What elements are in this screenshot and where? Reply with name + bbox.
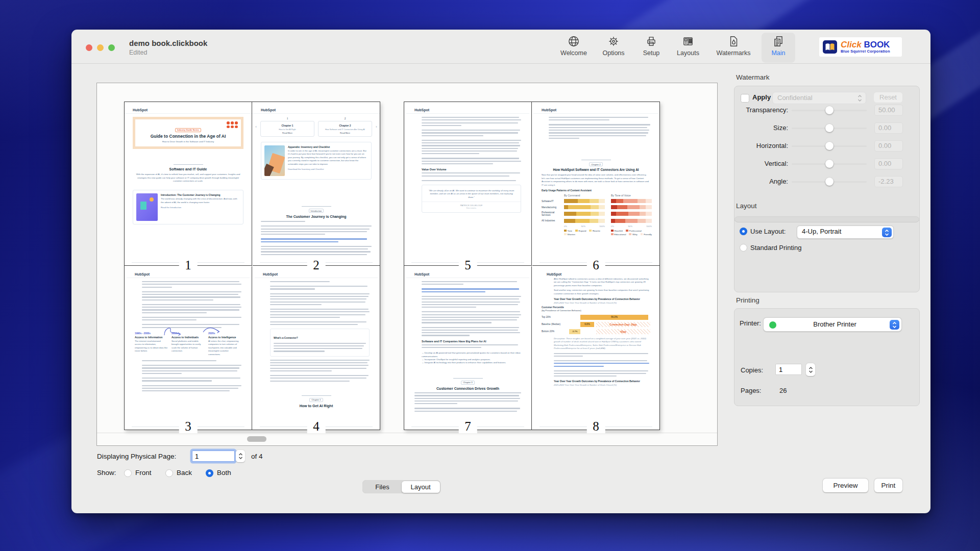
horizontal-slider-knob[interactable] <box>825 142 834 150</box>
apply-checkbox[interactable] <box>741 94 749 103</box>
size-slider[interactable] <box>792 128 867 129</box>
physical-sheet-front: HubSpot Industry Guide Series Guide to C… <box>124 102 380 430</box>
show-both-radio[interactable] <box>206 469 213 477</box>
page-thumbnail-7[interactable]: HubSpot Software and IT Companies Have B… <box>404 266 532 430</box>
layout-select-stepper[interactable] <box>882 228 892 237</box>
page-thumbnail-8[interactable]: HubSpot After HubSpot talked to connecto… <box>532 266 659 430</box>
appendix-photo <box>264 145 285 176</box>
copies-label: Copies: <box>741 366 763 374</box>
page-thumbnail-1[interactable]: HubSpot Industry Guide Series Guide to C… <box>125 102 252 266</box>
intro-card-body: The world was already changing with the … <box>161 197 240 204</box>
show-back-label: Back <box>177 469 192 477</box>
show-front-radio[interactable] <box>124 469 132 477</box>
copies-input[interactable] <box>775 364 802 375</box>
page-thumbnail-3[interactable]: HubSpot 1990s <box>125 266 252 430</box>
chapter-heading: Customer Connection Drives Growth <box>414 386 521 391</box>
transparency-value[interactable]: 50.00 <box>874 105 903 116</box>
vertical-slider[interactable] <box>792 163 867 165</box>
horizontal-value[interactable]: 0.00 <box>874 140 903 152</box>
logo-click-text: Click <box>841 40 862 49</box>
appendix-link: Download the Inventory and Checklist <box>288 168 368 170</box>
page-number: 4 <box>307 420 326 433</box>
page-number-input[interactable] <box>192 450 235 462</box>
printer-label: Printer: <box>740 319 761 327</box>
clickbook-logo: Click BOOK Blue Squirrel Corporation <box>819 37 902 57</box>
angle-value[interactable]: -2.23 <box>874 176 903 187</box>
hubspot-logo: HubSpot <box>414 108 521 112</box>
toolbar-main[interactable]: Main <box>762 33 795 63</box>
layouts-icon <box>681 35 695 48</box>
horizontal-scrollbar-thumb[interactable] <box>247 436 266 442</box>
minimize-button[interactable] <box>97 44 104 51</box>
size-label: Size: <box>773 124 788 132</box>
printer-icon <box>645 35 658 48</box>
chapter-badge: Chapter 3 <box>461 381 474 385</box>
preview-button[interactable]: Preview <box>823 479 868 492</box>
page-thumbnail-4[interactable]: HubSpot What's a Connector? Chapt <box>253 266 380 430</box>
legend-by-tone: Heartfelt Professional Educational Witty… <box>611 230 652 236</box>
size-value[interactable]: 0.00 <box>874 122 903 134</box>
intro-card-heading: Introduction: The Customer Journey is Ch… <box>161 193 240 196</box>
hubspot-logo: HubSpot <box>414 272 521 276</box>
page-thumbnail-5[interactable]: HubSpot Value Over Volume "We are deeply… <box>404 102 532 266</box>
page-number: 3 <box>179 420 198 433</box>
tab-layout[interactable]: Layout <box>402 481 440 493</box>
dots-decoration <box>227 121 238 128</box>
size-slider-knob[interactable] <box>825 124 834 132</box>
reset-button[interactable]: Reset <box>873 92 903 103</box>
layout-select[interactable]: 4-Up, Portrait <box>797 226 894 239</box>
vertical-slider-knob[interactable] <box>825 160 834 168</box>
logo-book-text: BOOK <box>864 40 890 49</box>
chapter-heading: How HubSpot Software and IT Connectors A… <box>542 168 650 172</box>
updown-chevrons-icon <box>885 229 889 236</box>
show-label: Show: <box>97 469 116 477</box>
show-back-radio[interactable] <box>165 469 173 477</box>
horizontal-slider[interactable] <box>792 145 867 147</box>
intro-heading: The Customer Journey is Changing <box>261 214 372 219</box>
page-number: 2 <box>307 259 326 272</box>
globe-icon <box>567 35 580 48</box>
layout-preview-panel: HubSpot Industry Guide Series Guide to C… <box>96 83 718 446</box>
page-thumbnail-6[interactable]: HubSpot Chapter 2 How HubSpot Software a… <box>532 102 659 266</box>
book-icon <box>822 39 838 55</box>
growth-chart-title: Year Over Year Growth Outcomes by Preval… <box>542 298 650 300</box>
close-button[interactable] <box>86 44 92 51</box>
big-plans-heading: Software and IT Companies Have Big Plans… <box>414 340 521 343</box>
printer-select-stepper[interactable] <box>890 320 899 330</box>
standard-printing-radio[interactable] <box>740 244 747 252</box>
watermark-preset-select[interactable]: Confidential <box>772 92 866 104</box>
layout-select-value: 4-Up, Portrait <box>802 228 841 235</box>
cover-badge: Industry Guide Series <box>175 128 201 132</box>
angle-slider[interactable] <box>792 181 867 183</box>
intro-illustration <box>136 193 158 221</box>
app-window: demo book.clickbook Edited Welcome Optio… <box>71 30 930 513</box>
page-thumbnail-2[interactable]: HubSpot ‹ 1 Chapter 1 How to Get AI Righ… <box>253 102 380 266</box>
printer-select[interactable]: Brother Printer <box>763 317 902 332</box>
toolbar-watermarks[interactable]: Watermarks <box>712 34 755 61</box>
logo-subtitle: Blue Squirrel Corporation <box>841 49 890 54</box>
transparency-slider-knob[interactable] <box>825 106 834 114</box>
printer-select-value: Brother Printer <box>813 320 856 328</box>
toolbar-options-label: Options <box>592 49 635 57</box>
page-stepper[interactable] <box>236 450 245 462</box>
transparency-slider[interactable] <box>792 110 867 111</box>
toolbar-options[interactable]: Options <box>592 34 635 61</box>
chapter-badge: Chapter 1 <box>309 398 323 402</box>
tab-files[interactable]: Files <box>363 481 402 493</box>
toolbar-welcome[interactable]: Welcome <box>552 34 595 61</box>
chapter-cards: ‹ 1 Chapter 1 How to Get AI Right Read M… <box>261 117 372 137</box>
zoom-button[interactable] <box>108 44 115 51</box>
transparency-label: Transparency: <box>746 106 788 114</box>
show-both-label: Both <box>217 469 231 477</box>
copies-stepper[interactable] <box>806 363 815 376</box>
use-layout-radio[interactable] <box>740 228 747 235</box>
toolbar-layouts[interactable]: Layouts <box>667 34 709 61</box>
print-button[interactable]: Print <box>874 479 902 492</box>
page-number: 7 <box>458 420 477 433</box>
usage-charts: By CommandBy Tone of Voice Software/IT M… <box>542 194 650 236</box>
angle-slider-knob[interactable] <box>825 178 834 186</box>
cover-section-body: With the expansion of AI, it's time to r… <box>133 173 243 183</box>
connector-callout: What's a Connector? <box>270 329 370 356</box>
vertical-value[interactable]: 0.00 <box>874 158 903 169</box>
cover-subtitle: How to Drive Growth in the Software and … <box>140 140 236 143</box>
